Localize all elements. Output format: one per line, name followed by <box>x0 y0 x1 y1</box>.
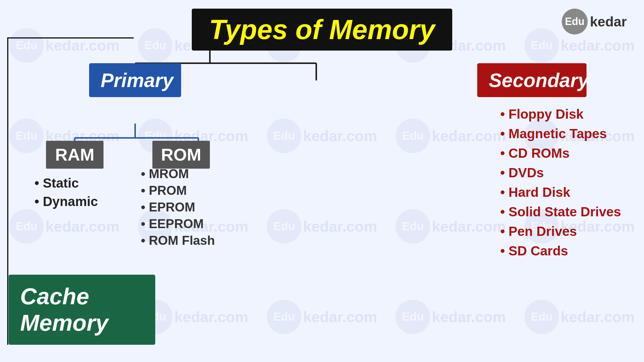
cache-memory-box: Cache Memory <box>9 275 155 345</box>
cache-label: Cache Memory <box>20 284 108 336</box>
list-item: ROM Flash <box>141 233 215 248</box>
secondary-list: Floppy Disk Magnetic Tapes CD ROMs DVDs … <box>500 106 621 259</box>
primary-label: Primary <box>101 69 173 91</box>
rom-list: MROM PROM EPROM EEPROM ROM Flash <box>141 167 215 248</box>
logo-circle: Edu <box>562 9 588 34</box>
logo-text: kedar <box>590 14 627 30</box>
ram-items: Static Dynamic <box>34 175 98 212</box>
list-item: Magnetic Tapes <box>500 126 621 141</box>
main-content: Edu kedar Types of Memory Primary Second… <box>0 0 644 362</box>
list-item: CD ROMs <box>500 145 621 161</box>
ram-label: RAM <box>55 145 95 164</box>
rom-label: ROM <box>161 145 201 164</box>
list-item: PROM <box>141 183 215 198</box>
logo-circle-text: Edu <box>565 16 584 28</box>
list-item: Floppy Disk <box>500 106 621 122</box>
list-item: EEPROM <box>141 217 215 231</box>
list-item: Pen Drives <box>500 224 621 239</box>
rom-box: ROM <box>152 141 210 169</box>
list-item: MROM <box>141 167 215 181</box>
ram-box: RAM <box>46 141 103 169</box>
list-item: Static <box>34 175 98 191</box>
list-item: SD Cards <box>500 243 621 259</box>
logo: Edu kedar <box>562 9 627 34</box>
secondary-items: Floppy Disk Magnetic Tapes CD ROMs DVDs … <box>500 106 621 263</box>
list-item: Solid State Drives <box>500 204 621 219</box>
list-item: EPROM <box>141 200 215 214</box>
secondary-box: Secondary <box>477 63 586 97</box>
title-box: Types of Memory <box>192 9 452 51</box>
rom-items: MROM PROM EPROM EEPROM ROM Flash <box>141 167 215 250</box>
list-item: Hard Disk <box>500 184 621 200</box>
secondary-label: Secondary <box>489 69 589 91</box>
page-title: Types of Memory <box>209 14 435 45</box>
primary-box: Primary <box>89 63 181 97</box>
left-border-horizontal <box>7 37 134 38</box>
list-item: DVDs <box>500 165 621 180</box>
left-border-line <box>7 37 8 345</box>
list-item: Dynamic <box>34 194 98 209</box>
ram-list: Static Dynamic <box>34 175 98 209</box>
